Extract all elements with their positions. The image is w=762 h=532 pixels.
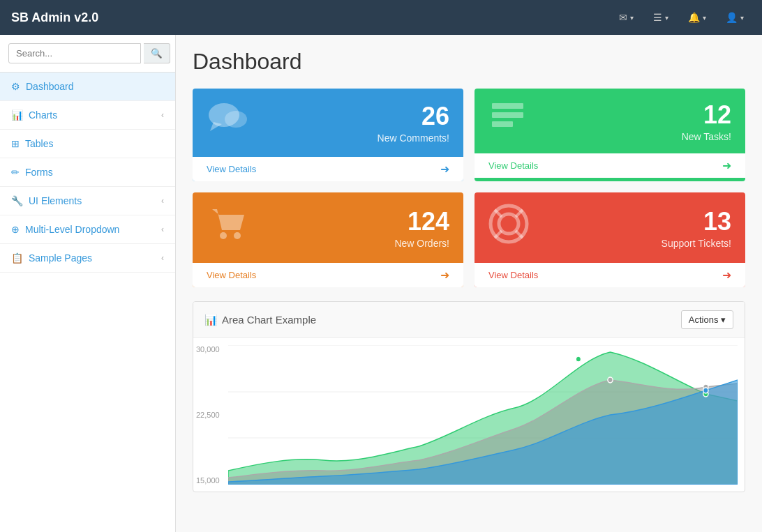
chart-header: 📊 Area Chart Example Actions ▾ — [193, 302, 745, 338]
actions-dropdown-btn[interactable]: Actions ▾ — [681, 310, 733, 329]
stat-card-comments: 26 New Comments! View Details ➜ — [193, 89, 463, 181]
ui-chevron-icon: ‹ — [161, 196, 164, 206]
sidebar-item-forms[interactable]: ✏ Forms — [0, 158, 175, 187]
svg-rect-4 — [492, 112, 523, 118]
svg-point-6 — [220, 232, 227, 239]
comments-view-details-link[interactable]: View Details — [207, 164, 256, 174]
charts-icon: 📊 — [11, 109, 23, 121]
main-content: Dashboard 26 New Comments! — [176, 35, 762, 532]
y-label-bottom: 15,000 — [196, 476, 225, 485]
bar-chart-icon: 📊 — [204, 314, 218, 326]
charts-chevron-icon: ‹ — [161, 110, 164, 120]
sidebar-item-dashboard[interactable]: ⚙ Dashboard — [0, 73, 175, 101]
stat-cards-grid: 26 New Comments! View Details ➜ — [193, 89, 745, 287]
svg-point-18 — [576, 356, 581, 362]
multilevel-icon: ⊕ — [11, 224, 20, 235]
sidebar-item-charts[interactable]: 📊 Charts ‹ — [0, 101, 175, 130]
stat-card-tasks: 12 New Tasks! View Details ➜ — [475, 89, 745, 181]
navbar-brand: SB Admin v2.0 — [11, 10, 98, 25]
tasks-view-details-link[interactable]: View Details — [488, 160, 538, 171]
svg-rect-5 — [492, 121, 513, 127]
comments-arrow-icon: ➜ — [440, 162, 449, 176]
y-label-top: 30,000 — [196, 345, 225, 354]
sidebar-label-tables: Tables — [25, 138, 53, 149]
sidebar-item-ui-elements[interactable]: 🔧 UI Elements ‹ — [0, 187, 175, 215]
list-dropdown-btn[interactable]: ☰ ▾ — [646, 8, 675, 27]
sidebar-label-dashboard: Dashboard — [26, 81, 74, 92]
search-input[interactable] — [8, 43, 141, 63]
bell-dropdown-btn[interactable]: 🔔 ▾ — [681, 8, 713, 27]
tasks-count: 12 — [682, 100, 731, 130]
sidebar-item-tables[interactable]: ⊞ Tables — [0, 130, 175, 158]
tasks-label: New Tasks! — [682, 131, 731, 142]
mail-dropdown-btn[interactable]: ✉ ▾ — [612, 8, 641, 27]
sidebar-item-sample-pages[interactable]: 📋 Sample Pages ‹ — [0, 244, 175, 273]
chart-title: 📊 Area Chart Example — [204, 314, 316, 326]
tables-icon: ⊞ — [11, 138, 20, 149]
stat-card-orders: 124 New Orders! View Details ➜ — [193, 192, 463, 287]
svg-point-22 — [703, 388, 708, 393]
sidebar-item-multilevel[interactable]: ⊕ Multi-Level Dropdown ‹ — [0, 215, 175, 244]
sidebar-label-ui: UI Elements — [29, 195, 82, 206]
pages-icon: 📋 — [11, 252, 23, 264]
dashboard-icon: ⚙ — [11, 81, 20, 92]
orders-count: 124 — [394, 207, 449, 236]
chart-svg — [228, 345, 738, 485]
svg-point-20 — [608, 377, 613, 383]
tickets-arrow-icon: ➜ — [722, 268, 731, 282]
tasks-arrow-icon: ➜ — [722, 159, 731, 172]
forms-icon: ✏ — [11, 167, 20, 178]
sidebar: 🔍 ⚙ Dashboard 📊 Charts ‹ ⊞ Tables ✏ — [0, 35, 176, 532]
ui-icon: 🔧 — [11, 195, 23, 206]
multilevel-chevron-icon: ‹ — [161, 225, 164, 234]
navbar-right: ✉ ▾ ☰ ▾ 🔔 ▾ 👤 ▾ — [612, 8, 751, 27]
tickets-count: 13 — [662, 207, 731, 236]
chart-body: 30,000 22,500 15,000 — [193, 338, 745, 492]
sidebar-label-pages: Sample Pages — [29, 252, 92, 264]
sidebar-search-container: 🔍 — [0, 35, 175, 73]
y-label-mid: 22,500 — [196, 411, 225, 419]
tasks-icon — [488, 100, 527, 142]
user-dropdown-btn[interactable]: 👤 ▾ — [719, 8, 751, 27]
tickets-label: Support Tickets! — [662, 238, 731, 249]
navbar: SB Admin v2.0 ✉ ▾ ☰ ▾ 🔔 ▾ 👤 ▾ — [0, 0, 762, 35]
orders-label: New Orders! — [394, 238, 449, 249]
chart-panel: 📊 Area Chart Example Actions ▾ 30,000 22… — [193, 301, 745, 492]
comments-count: 26 — [378, 102, 449, 131]
pages-chevron-icon: ‹ — [161, 253, 164, 263]
svg-point-7 — [234, 232, 241, 239]
chart-y-labels: 30,000 22,500 15,000 — [193, 345, 228, 485]
tickets-view-details-link[interactable]: View Details — [488, 270, 538, 280]
sidebar-label-forms: Forms — [25, 167, 53, 178]
orders-view-details-link[interactable]: View Details — [207, 270, 256, 280]
orders-arrow-icon: ➜ — [440, 268, 449, 282]
tickets-icon — [488, 204, 529, 252]
svg-rect-3 — [492, 103, 523, 109]
svg-point-2 — [225, 111, 247, 128]
search-button[interactable]: 🔍 — [144, 43, 170, 63]
sidebar-label-multilevel: Multi-Level Dropdown — [25, 224, 119, 235]
chart-area — [228, 345, 738, 485]
comments-label: New Comments! — [378, 132, 449, 144]
sidebar-label-charts: Charts — [29, 109, 57, 121]
main-wrapper: 🔍 ⚙ Dashboard 📊 Charts ‹ ⊞ Tables ✏ — [0, 35, 762, 532]
svg-point-9 — [499, 214, 518, 234]
stat-card-tickets: 13 Support Tickets! View Details ➜ — [475, 192, 745, 287]
orders-icon — [207, 204, 248, 252]
page-title: Dashboard — [193, 49, 745, 75]
comments-icon — [207, 100, 248, 146]
